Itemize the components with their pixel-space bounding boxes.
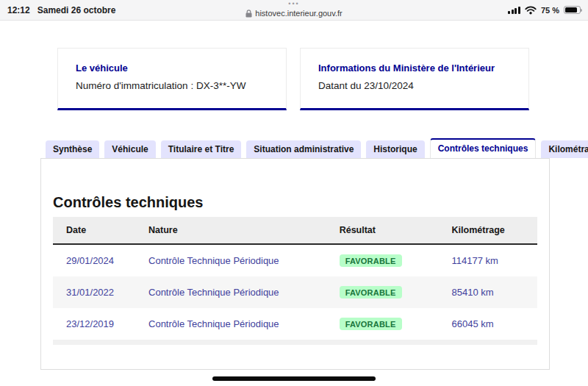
ministry-card-date: Datant du 23/10/2024 — [318, 80, 511, 91]
ministry-info-card: Informations du Ministère de l'Intérieur… — [300, 48, 529, 110]
cell-result: FAVORABLE — [326, 244, 439, 276]
cellular-signal-icon — [508, 6, 520, 14]
cell-km: 114177 km — [439, 244, 537, 276]
col-header-km: Kilométrage — [439, 217, 537, 244]
tab-historique[interactable]: Historique — [366, 140, 424, 158]
status-time: 12:12 — [7, 5, 30, 15]
cell-km: 85410 km — [439, 276, 537, 308]
cell-date: 23/12/2019 — [53, 308, 135, 340]
tab-bar: SynthèseVéhiculeTitulaire et TitreSituat… — [40, 137, 588, 158]
result-badge: FAVORABLE — [340, 318, 402, 330]
cell-km: 66045 km — [439, 308, 537, 340]
col-header-result: Résultat — [326, 217, 439, 244]
vehicle-card-registration: Numéro d'immatriculation : DX-3**-YW — [76, 80, 268, 91]
page-options-icon[interactable]: ••• — [288, 1, 299, 7]
result-badge: FAVORABLE — [340, 286, 402, 299]
vehicle-card: Le véhicule Numéro d'immatriculation : D… — [57, 48, 287, 110]
address-url: histovec.interieur.gouv.fr — [255, 8, 342, 18]
screen: 12:12 Samedi 26 octobre ••• histovec.int… — [0, 0, 588, 386]
tab-kilométrage[interactable]: Kilométrage — [541, 140, 588, 158]
ct-table-body: 29/01/2024Contrôle Technique PériodiqueF… — [53, 244, 537, 340]
tab-véhicule[interactable]: Véhicule — [104, 140, 155, 158]
tab-titulaire-et-titre[interactable]: Titulaire et Titre — [161, 140, 242, 158]
table-row: 29/01/2024Contrôle Technique PériodiqueF… — [53, 244, 537, 276]
wifi-icon — [525, 6, 537, 15]
lock-icon — [245, 10, 252, 18]
ministry-card-title: Informations du Ministère de l'Intérieur — [318, 62, 511, 74]
inspections-table: Date Nature Résultat Kilométrage 29/01/2… — [53, 217, 537, 345]
cell-nature: Contrôle Technique Périodique — [135, 308, 326, 340]
table-bottom-strip — [53, 340, 537, 345]
address-bar[interactable]: histovec.interieur.gouv.fr — [245, 8, 342, 18]
cell-date: 29/01/2024 — [53, 244, 135, 276]
cell-nature: Contrôle Technique Périodique — [135, 276, 326, 308]
battery-icon — [564, 6, 581, 14]
col-header-nature: Nature — [135, 217, 326, 244]
section-heading: Contrôles techniques — [53, 193, 549, 211]
table-header-row: Date Nature Résultat Kilométrage — [53, 217, 537, 244]
col-header-date: Date — [53, 217, 135, 244]
tab-situation-administrative[interactable]: Situation administrative — [246, 140, 361, 158]
status-bar: 12:12 Samedi 26 octobre ••• histovec.int… — [0, 0, 588, 21]
cell-result: FAVORABLE — [326, 276, 439, 308]
vehicle-card-title: Le véhicule — [76, 62, 268, 74]
status-date: Samedi 26 octobre — [37, 5, 116, 15]
cell-date: 31/01/2022 — [53, 276, 135, 308]
tab-contrôles-techniques[interactable]: Contrôles techniques — [430, 138, 537, 158]
cell-result: FAVORABLE — [326, 308, 439, 340]
tab-panel: Contrôles techniques Date Nature Résulta… — [40, 158, 550, 370]
cell-nature: Contrôle Technique Périodique — [135, 244, 326, 276]
result-badge: FAVORABLE — [340, 254, 402, 267]
battery-percent: 75 % — [541, 6, 559, 15]
home-indicator[interactable] — [212, 376, 376, 381]
table-row: 31/01/2022Contrôle Technique PériodiqueF… — [53, 276, 537, 308]
tab-synthèse[interactable]: Synthèse — [46, 140, 99, 158]
table-row: 23/12/2019Contrôle Technique PériodiqueF… — [53, 308, 537, 340]
